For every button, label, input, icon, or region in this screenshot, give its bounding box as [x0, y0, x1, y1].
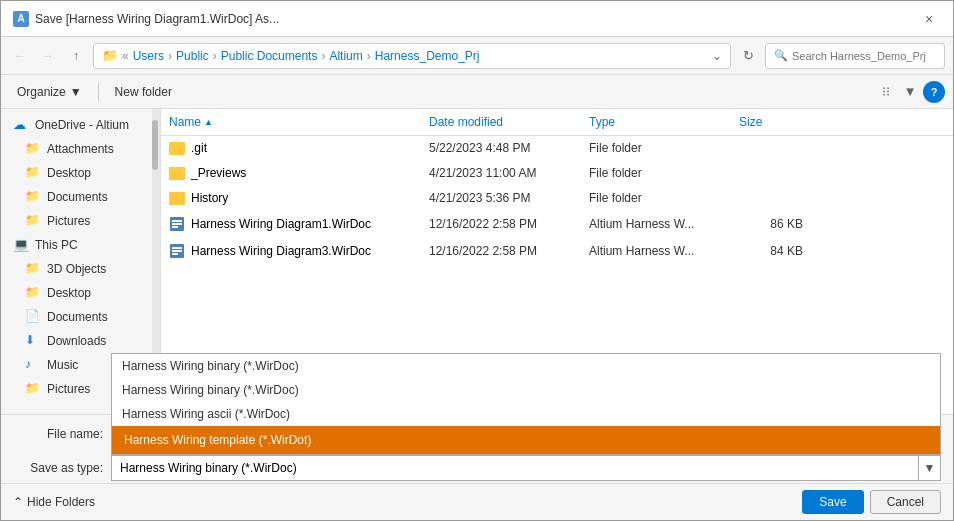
sidebar-item-documents2[interactable]: 📄 Documents — [1, 305, 160, 329]
new-folder-button[interactable]: New folder — [107, 82, 180, 102]
file-type-previews: File folder — [581, 164, 731, 182]
sidebar-item-desktop2[interactable]: 📁 Desktop — [1, 281, 160, 305]
dropdown-item-2[interactable]: Harness Wiring ascii (*.WirDoc) — [112, 402, 940, 426]
table-row[interactable]: _Previews 4/21/2023 11:00 AM File folder — [161, 161, 953, 186]
view-more-button[interactable]: ▼ — [899, 81, 921, 103]
sidebar-item-3dobjects[interactable]: 📁 3D Objects — [1, 257, 160, 281]
wirdoc-icon-1 — [169, 216, 185, 232]
saveastype-dropdown-menu: Harness Wiring binary (*.WirDoc) Harness… — [111, 353, 941, 455]
organize-chevron-icon: ▼ — [70, 85, 82, 99]
file-type-wirdoc3: Altium Harness W... — [581, 242, 731, 260]
sidebar-item-pictures1[interactable]: 📁 Pictures — [1, 209, 160, 233]
view-toggle-button[interactable]: ⁝⁝ — [875, 81, 897, 103]
folder-icon-documents2: 📄 — [25, 309, 41, 325]
folder-icon-documents1: 📁 — [25, 189, 41, 205]
col-header-name[interactable]: Name ▲ — [161, 113, 421, 131]
save-button[interactable]: Save — [802, 490, 863, 514]
view-controls: ⁝⁝ ▼ ? — [875, 81, 945, 103]
saveastype-value[interactable]: Harness Wiring binary (*.WirDoc) — [111, 455, 919, 481]
sidebar-label-3dobjects: 3D Objects — [47, 262, 106, 276]
action-buttons: Save Cancel — [802, 490, 941, 514]
file-name-git: .git — [161, 139, 421, 157]
sidebar-label-documents2: Documents — [47, 310, 108, 324]
search-icon: 🔍 — [774, 49, 788, 62]
file-name-history: History — [161, 189, 421, 207]
sidebar-label-music: Music — [47, 358, 78, 372]
cancel-button[interactable]: Cancel — [870, 490, 941, 514]
sidebar-item-downloads[interactable]: ⬇ Downloads — [1, 329, 160, 353]
hide-folders-bar: ⌃ Hide Folders Save Cancel — [1, 483, 953, 520]
file-date-previews: 4/21/2023 11:00 AM — [421, 164, 581, 182]
sidebar-label-documents1: Documents — [47, 190, 108, 204]
sidebar-label-downloads: Downloads — [47, 334, 106, 348]
svg-rect-3 — [172, 226, 178, 228]
svg-rect-1 — [172, 220, 182, 222]
music-icon: ♪ — [25, 357, 41, 373]
toolbar-separator — [98, 82, 99, 102]
folder-icon-history — [169, 192, 185, 205]
folder-icon-small: 📁 — [102, 48, 118, 63]
refresh-button[interactable]: ↻ — [737, 45, 759, 67]
search-input[interactable] — [792, 50, 936, 62]
file-size-history — [731, 196, 811, 200]
path-altium[interactable]: Altium — [329, 49, 362, 63]
search-box[interactable]: 🔍 — [765, 43, 945, 69]
hide-folders-label: Hide Folders — [27, 495, 95, 509]
svg-rect-2 — [172, 223, 182, 225]
table-row[interactable]: Harness Wiring Diagram1.WirDoc 12/16/202… — [161, 211, 953, 238]
path-chevron-icon[interactable]: ⌄ — [712, 49, 722, 63]
folder-icon-attachments: 📁 — [25, 141, 41, 157]
sidebar-item-documents1[interactable]: 📁 Documents — [1, 185, 160, 209]
path-public-documents[interactable]: Public Documents — [221, 49, 318, 63]
close-button[interactable]: × — [917, 7, 941, 31]
saveastype-dropdown-btn[interactable]: ▼ — [919, 455, 941, 481]
file-name-previews: _Previews — [161, 164, 421, 182]
sidebar-label-desktop1: Desktop — [47, 166, 91, 180]
saveas-row: Save as type: Harness Wiring binary (*.W… — [1, 453, 953, 483]
sidebar-label-onedrive: OneDrive - Altium — [35, 118, 129, 132]
col-header-type[interactable]: Type — [581, 113, 731, 131]
wirdoc-icon-3 — [169, 243, 185, 259]
folder-icon-previews — [169, 167, 185, 180]
folder-icon-3dobjects: 📁 — [25, 261, 41, 277]
dialog-title: Save [Harness Wiring Diagram1.WirDoc] As… — [35, 12, 279, 26]
sidebar-item-onedrive[interactable]: ☁ OneDrive - Altium — [1, 113, 160, 137]
up-button[interactable]: ↑ — [65, 45, 87, 67]
back-button[interactable]: ← — [9, 45, 31, 67]
col-header-size[interactable]: Size — [731, 113, 811, 131]
sort-arrow-icon: ▲ — [204, 117, 213, 127]
forward-button[interactable]: → — [37, 45, 59, 67]
folder-icon-pictures2: 📁 — [25, 381, 41, 397]
sidebar-label-attachments: Attachments — [47, 142, 114, 156]
sidebar-label-pictures2: Pictures — [47, 382, 90, 396]
table-row[interactable]: History 4/21/2023 5:36 PM File folder — [161, 186, 953, 211]
file-list-header: Name ▲ Date modified Type Size — [161, 109, 953, 136]
address-path[interactable]: 📁 « Users › Public › Public Documents › … — [93, 43, 731, 69]
hide-folders-button[interactable]: ⌃ Hide Folders — [13, 495, 95, 509]
file-name-wirdoc3: Harness Wiring Diagram3.WirDoc — [161, 241, 421, 261]
path-harness[interactable]: Harness_Demo_Prj — [375, 49, 480, 63]
sidebar-item-thispc[interactable]: 💻 This PC — [1, 233, 160, 257]
address-bar: ← → ↑ 📁 « Users › Public › Public Docume… — [1, 37, 953, 75]
col-header-date[interactable]: Date modified — [421, 113, 581, 131]
svg-rect-7 — [172, 253, 178, 255]
path-public[interactable]: Public — [176, 49, 209, 63]
file-size-wirdoc1: 86 KB — [731, 215, 811, 233]
sidebar-item-desktop1[interactable]: 📁 Desktop — [1, 161, 160, 185]
dropdown-item-1[interactable]: Harness Wiring binary (*.WirDoc) — [112, 378, 940, 402]
dropdown-item-3[interactable]: Harness Wiring template (*.WirDot) — [112, 426, 940, 454]
organize-button[interactable]: Organize ▼ — [9, 82, 90, 102]
saveastype-input-wrap: Harness Wiring binary (*.WirDoc) ▼ Harne… — [111, 455, 941, 481]
toolbar: Organize ▼ New folder ⁝⁝ ▼ ? — [1, 75, 953, 109]
table-row[interactable]: Harness Wiring Diagram3.WirDoc 12/16/202… — [161, 238, 953, 265]
dropdown-item-0[interactable]: Harness Wiring binary (*.WirDoc) — [112, 354, 940, 378]
help-button[interactable]: ? — [923, 81, 945, 103]
table-row[interactable]: .git 5/22/2023 4:48 PM File folder — [161, 136, 953, 161]
path-users[interactable]: Users — [133, 49, 164, 63]
sidebar-item-attachments[interactable]: 📁 Attachments — [1, 137, 160, 161]
app-icon: A — [13, 11, 29, 27]
filename-label: File name: — [13, 427, 103, 441]
sidebar-label-pictures1: Pictures — [47, 214, 90, 228]
file-name-wirdoc1: Harness Wiring Diagram1.WirDoc — [161, 214, 421, 234]
folder-icon-git — [169, 142, 185, 155]
